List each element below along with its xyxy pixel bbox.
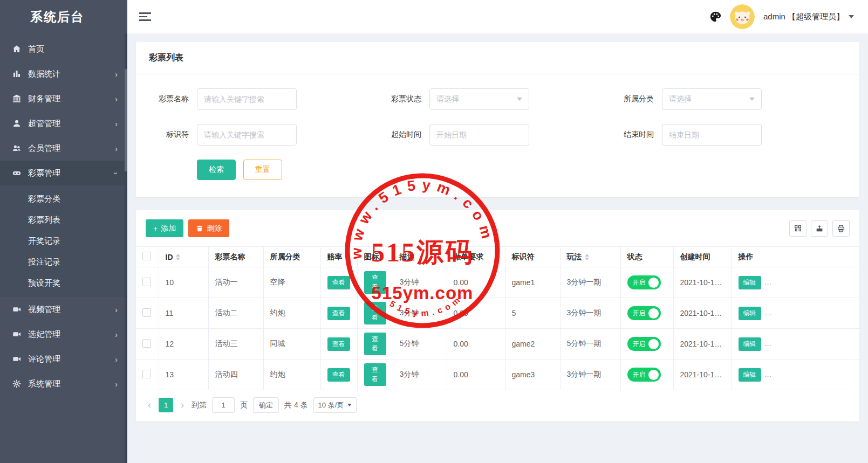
home-icon bbox=[12, 44, 22, 54]
add-button[interactable]: + 添加 bbox=[146, 219, 183, 237]
sidebar-nav: 首页 数据统计 › 财务管理 › 超管管理 › 会员管理 › bbox=[0, 33, 127, 396]
row-checkbox[interactable] bbox=[142, 339, 151, 348]
sidebar-item-finance[interactable]: 财务管理 › bbox=[0, 86, 127, 111]
submenu-label: 开奖记录 bbox=[28, 236, 60, 246]
start-date-input[interactable] bbox=[429, 124, 529, 146]
page-number[interactable]: 1 bbox=[159, 398, 173, 412]
reset-button[interactable]: 重置 bbox=[243, 160, 282, 180]
chevron-right-icon: › bbox=[115, 380, 118, 388]
view-icon-button[interactable]: 查看 bbox=[364, 302, 386, 324]
submenu-item-lottery-list[interactable]: 彩票列表 bbox=[0, 210, 127, 231]
view-icon-button[interactable]: 查看 bbox=[364, 363, 386, 386]
user-avatar[interactable] bbox=[730, 4, 755, 29]
status-toggle[interactable]: 开启 bbox=[627, 337, 661, 351]
col-id: ID bbox=[166, 253, 173, 261]
next-page-icon[interactable]: › bbox=[179, 399, 186, 411]
row-checkbox[interactable] bbox=[142, 370, 151, 378]
sidebar-item-members[interactable]: 会员管理 › bbox=[0, 136, 127, 161]
view-icon-button[interactable]: 查看 bbox=[364, 271, 386, 294]
col-created: 创建时间 bbox=[673, 247, 732, 267]
col-actions: 操作 bbox=[732, 247, 859, 267]
sidebar-item-comments[interactable]: 评论管理 › bbox=[0, 347, 127, 371]
edit-button[interactable]: 编辑 bbox=[739, 337, 761, 351]
cell-play: 3分钟一期 bbox=[560, 298, 620, 329]
sidebar-item-superadmin[interactable]: 超管管理 › bbox=[0, 111, 127, 136]
toggle-knob bbox=[648, 339, 659, 349]
sidebar-item-label: 会员管理 bbox=[28, 143, 115, 154]
cell-desc: 3分钟 bbox=[393, 360, 447, 390]
edit-button[interactable]: 编辑 bbox=[739, 307, 761, 320]
edit-button[interactable]: 编辑 bbox=[739, 276, 761, 289]
cell-desc: 3分钟 bbox=[393, 298, 447, 329]
more-actions[interactable]: … bbox=[764, 278, 773, 286]
app-root: 系统后台 首页 数据统计 › 财务管理 › 超管管理 › bbox=[0, 0, 868, 463]
cell-name: 活动四 bbox=[208, 360, 263, 390]
caret-down-icon bbox=[749, 98, 755, 101]
view-odds-button[interactable]: 查看 bbox=[327, 368, 350, 382]
chevron-right-icon: › bbox=[115, 144, 118, 153]
lottery-name-input[interactable] bbox=[197, 88, 297, 110]
print-icon[interactable] bbox=[832, 220, 850, 237]
select-all-checkbox[interactable] bbox=[142, 252, 151, 260]
per-page-select[interactable]: 10 条/页 bbox=[313, 397, 357, 413]
row-checkbox[interactable] bbox=[142, 308, 151, 317]
cell-category: 约炮 bbox=[263, 360, 320, 390]
table-toolbar: + 添加 删除 bbox=[136, 210, 859, 246]
sort-icon[interactable] bbox=[585, 254, 589, 260]
cell-play: 3分钟一期 bbox=[560, 360, 620, 390]
view-icon-button[interactable]: 查看 bbox=[364, 333, 386, 355]
row-checkbox[interactable] bbox=[142, 278, 151, 286]
sidebar-item-xuanfei[interactable]: 选妃管理 › bbox=[0, 322, 127, 347]
video-icon bbox=[12, 354, 22, 364]
submenu-item-bet-records[interactable]: 投注记录 bbox=[0, 252, 127, 273]
chevron-right-icon: › bbox=[115, 70, 118, 78]
more-actions[interactable]: … bbox=[764, 339, 773, 348]
view-odds-button[interactable]: 查看 bbox=[327, 337, 350, 351]
field-label: 起始时间 bbox=[381, 130, 421, 140]
app-title: 系统后台 bbox=[0, 0, 127, 33]
sidebar-item-system[interactable]: 系统管理 › bbox=[0, 371, 127, 396]
chevron-right-icon: › bbox=[115, 95, 118, 103]
sidebar-item-lottery[interactable]: 彩票管理 › bbox=[0, 161, 127, 185]
sidebar-item-statistics[interactable]: 数据统计 › bbox=[0, 61, 127, 86]
status-toggle[interactable]: 开启 bbox=[627, 306, 661, 320]
prev-page-icon[interactable]: ‹ bbox=[146, 399, 153, 411]
identifier-input[interactable] bbox=[197, 124, 297, 146]
submenu-label: 彩票分类 bbox=[28, 194, 60, 204]
more-actions[interactable]: … bbox=[764, 370, 773, 378]
sidebar-item-label: 系统管理 bbox=[28, 379, 115, 389]
col-desc: 描述 bbox=[393, 247, 447, 267]
column-settings-icon[interactable] bbox=[789, 220, 807, 237]
chevron-right-icon: › bbox=[115, 330, 118, 338]
table-row: 13 活动四 约炮 查看 查看 3分钟 0.00 game3 3分钟一期 开启 … bbox=[136, 360, 859, 390]
delete-button[interactable]: 删除 bbox=[188, 219, 229, 237]
end-date-input[interactable] bbox=[662, 124, 762, 146]
category-select[interactable]: 请选择 bbox=[662, 88, 762, 110]
theme-palette-icon[interactable] bbox=[709, 11, 721, 23]
status-toggle[interactable]: 开启 bbox=[627, 368, 661, 382]
edit-button[interactable]: 编辑 bbox=[739, 368, 761, 382]
collapse-menu-icon[interactable] bbox=[139, 10, 151, 23]
lottery-status-select[interactable]: 请选择 bbox=[429, 88, 529, 110]
user-menu[interactable]: admin 【超级管理员】 bbox=[763, 12, 854, 22]
submenu-item-preset-draw[interactable]: 预设开奖 bbox=[0, 273, 127, 294]
sidebar-item-home[interactable]: 首页 bbox=[0, 37, 127, 61]
view-odds-button[interactable]: 查看 bbox=[327, 276, 350, 289]
goto-page-input[interactable] bbox=[212, 397, 235, 413]
cell-id: 12 bbox=[159, 329, 208, 360]
chevron-right-icon: › bbox=[115, 355, 118, 363]
more-actions[interactable]: … bbox=[764, 308, 773, 317]
submenu-item-lottery-category[interactable]: 彩票分类 bbox=[0, 189, 127, 210]
search-button[interactable]: 检索 bbox=[197, 160, 236, 180]
cell-created: 2021-10-1… bbox=[673, 360, 732, 390]
export-icon[interactable] bbox=[811, 220, 828, 237]
submenu-item-draw-records[interactable]: 开奖记录 bbox=[0, 231, 127, 252]
pagination: ‹ 1 › 到第 页 确定 共 4 条 10 条/页 bbox=[136, 390, 859, 421]
filter-lottery-status: 彩票状态 请选择 bbox=[381, 88, 614, 110]
sidebar-item-video[interactable]: 视频管理 › bbox=[0, 297, 127, 322]
sort-icon[interactable] bbox=[176, 254, 180, 260]
goto-confirm-button[interactable]: 确定 bbox=[253, 397, 279, 413]
status-toggle[interactable]: 开启 bbox=[627, 275, 661, 289]
view-odds-button[interactable]: 查看 bbox=[327, 307, 350, 320]
sidebar-item-label: 评论管理 bbox=[28, 354, 115, 364]
